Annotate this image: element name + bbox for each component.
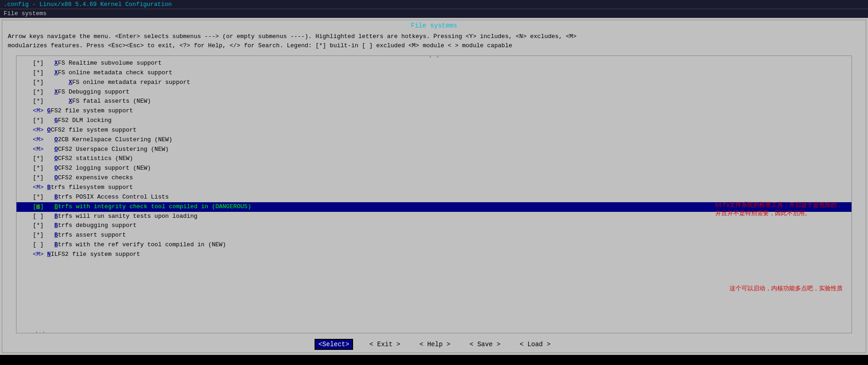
list-item[interactable]: [*] XFS online metadata repair support: [17, 78, 851, 88]
menu-items: [*] XFS Realtime subvolume support [*] X…: [17, 56, 851, 262]
kconfig-window: File systems Arrow keys navigate the men…: [2, 20, 866, 353]
list-item[interactable]: [*] XFS Debugging support: [17, 88, 851, 97]
title-text: .config - Linux/x86 5.4.69 Kernel Config…: [4, 1, 172, 8]
title-bar: .config - Linux/x86 5.4.69 Kernel Config…: [0, 0, 868, 9]
menu-bar-text: File systems: [4, 10, 47, 17]
list-item[interactable]: <M> O2CB Kernelspace Clustering (NEW): [17, 135, 851, 145]
outer-wrapper: [*] XFS Realtime subvolume support [*] X…: [2, 52, 866, 335]
list-item[interactable]: <M> OCFS2 file system support: [17, 126, 851, 135]
list-item-nilfs2[interactable]: <M> NILFS2 file system support: [17, 250, 851, 260]
help-button[interactable]: < Help >: [417, 340, 453, 349]
list-item[interactable]: <M> OCFS2 Userspace Clustering (NEW): [17, 145, 851, 155]
list-item[interactable]: [*] XFS Realtime subvolume support: [17, 59, 851, 68]
help-line1: Arrow keys navigate the menu. <Enter> se…: [8, 32, 860, 41]
list-item[interactable]: [*] OCFS2 statistics (NEW): [17, 154, 851, 164]
list-item[interactable]: [ ] Btrfs with the ref verify tool compi…: [17, 240, 851, 250]
list-item[interactable]: [*] XFS online metadata check support: [17, 68, 851, 78]
annotation-btrfs-danger: btfs文件系统的检查工具，开启这个是危险的， 并且并不是特别需要，因此不启用。: [715, 193, 843, 218]
help-text: Arrow keys navigate the menu. <Enter> se…: [2, 30, 866, 52]
exit-button[interactable]: < Exit >: [367, 340, 403, 349]
bottom-bar: <Select> < Exit > < Help > < Save > < Lo…: [2, 335, 866, 353]
main-area: File systems Arrow keys navigate the men…: [0, 18, 868, 355]
list-item[interactable]: <M> Btrfs filesystem support: [17, 183, 851, 193]
annotation-nilfs2: 这个可以启动，内核功能多点吧，实验性质: [730, 277, 843, 293]
list-item[interactable]: <M> GFS2 file system support: [17, 106, 851, 116]
window-title: File systems: [2, 20, 866, 30]
bottom-strip: [0, 355, 868, 365]
list-item[interactable]: [*] OCFS2 expensive checks: [17, 173, 851, 183]
select-button[interactable]: <Select>: [315, 339, 353, 350]
list-item[interactable]: [*] Btrfs assert support: [17, 231, 851, 240]
menu-bar: File systems: [0, 9, 868, 18]
list-item[interactable]: [*] OCFS2 logging support (NEW): [17, 164, 851, 173]
list-item[interactable]: [*] GFS2 DLM locking: [17, 116, 851, 126]
list-item[interactable]: [*] XFS fatal asserts (NEW): [17, 97, 851, 106]
help-line2: modularizes features. Press <Esc><Esc> t…: [8, 41, 860, 50]
load-button[interactable]: < Load >: [517, 340, 553, 349]
save-button[interactable]: < Save >: [467, 340, 503, 349]
list-item[interactable]: [*] Btrfs debugging support: [17, 221, 851, 231]
